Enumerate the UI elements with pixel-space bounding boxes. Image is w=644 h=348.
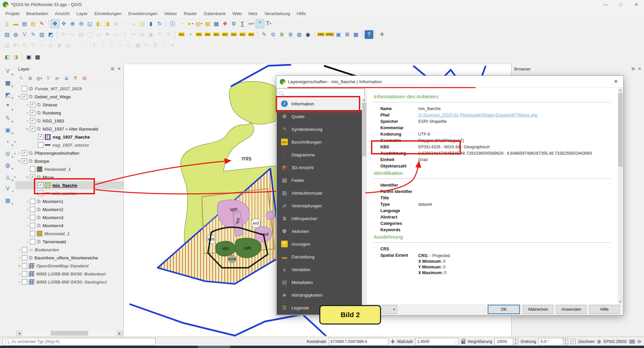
html-export-icon[interactable]: HTML [325,30,334,39]
zoom-in-icon[interactable]: ⊕ [68,19,77,28]
layer-item-openstreetmap-standard[interactable]: ˅OpenStreetMap Standard [15,262,123,270]
curved-label-icon[interactable]: abc [247,30,256,39]
pin-labels-icon[interactable]: abc [195,30,203,39]
tab-aktionen[interactable]: ⚙Aktionen [277,225,362,238]
add-raster-layer-icon[interactable]: ▦+ [3,79,13,87]
apply-button[interactable]: Anwenden [556,305,586,314]
add-arcgis-layer-icon[interactable]: V* [3,185,13,193]
project-save-as-icon[interactable]: ▥ [29,19,38,28]
scale-combo[interactable]: 1:4500 ⌄ [415,338,459,345]
layer-item-moorkern2[interactable]: ›⧉Moorkern2 [15,205,123,213]
remove-layer-icon[interactable]: ⊟ [82,75,88,81]
pan-map-icon[interactable]: ✥ [51,19,59,28]
maximize-button[interactable]: □ [613,0,629,9]
layer-item-nsg-1937-umriss[interactable]: nsg_1937_umriss [15,141,123,149]
processing-toolbox-icon[interactable]: ⚙ [229,19,238,28]
copy-style-icon[interactable]: ⧉ [269,30,277,39]
expander-icon[interactable]: › [25,223,30,228]
map-refresh-icon[interactable]: ↻ [155,19,164,28]
menu-einstellungen[interactable]: Einstellungen [91,11,125,16]
dialog-content-scrollbar[interactable]: ▲ ▼ [618,88,623,304]
expander-icon[interactable]: ˅ [17,264,22,268]
pan-to-selection-icon[interactable]: ✜ [59,19,68,28]
layer-item-bodenarten[interactable]: ›▱Bodenarten [15,246,123,254]
tab-attributformular[interactable]: ▥Attributformular [277,187,362,199]
layer-item-heidewald-1[interactable]: Heidewald_1 [15,165,123,173]
new-shapefile-layer-icon[interactable]: V [20,30,29,39]
locator-search[interactable] [3,338,156,345]
layer-checkbox[interactable] [22,263,27,268]
map-tips-icon[interactable]: ❞ [256,19,264,28]
new-temporary-layer-icon[interactable]: ▥ [38,30,46,39]
layer-item-nsg-1983[interactable]: ›✓⧉NSG_1983 [15,117,123,125]
layer-item-moorkern4[interactable]: ›⧉Moorkern4 [15,221,123,230]
add-virtual-layer-icon[interactable]: ▣+ [3,126,13,134]
tab-diagramme[interactable]: ◔Diagramme [277,148,362,161]
expander-icon[interactable]: › [17,248,22,252]
lock-scale-icon[interactable] [461,341,465,344]
layer-labeling-icon[interactable]: abc [177,30,186,39]
layer-checkbox[interactable]: ✓ [38,183,43,188]
tab-quelle[interactable]: ⚙Quelle [277,110,362,123]
open-attribute-table-icon[interactable]: ▦ [203,19,212,28]
zoom-out-icon[interactable]: ⊖ [77,19,86,28]
select-by-form-icon[interactable]: ▤▾ [195,19,203,28]
scroll-track[interactable] [22,331,117,336]
menu-hilfe[interactable]: Hilfe [293,11,309,16]
crosshair-tool-icon[interactable]: ✛ [378,30,386,39]
db-manager-icon[interactable]: ≣ [277,30,286,39]
image-export-icon[interactable]: ▣ [334,30,343,39]
tasks-icon[interactable]: ⟳ [637,339,641,344]
close-button[interactable]: ✕ [629,0,644,9]
layer-checkbox[interactable]: ✓ [30,102,35,107]
layer-checkbox[interactable] [38,191,43,196]
add-delimited-text-layer-icon[interactable]: ❞+ [3,102,13,110]
help-button[interactable]: Hilfe [589,305,620,314]
rotate-label-icon[interactable]: abc [229,30,238,39]
render-checkbox[interactable]: ✓ [571,339,576,344]
layer-item-moorkern3[interactable]: ›⧉Moorkern3 [15,213,123,221]
layer-checkbox[interactable] [22,247,27,252]
tab-beschriftungen[interactable]: abcBeschriftungen [277,136,362,148]
metasearch-icon[interactable]: ◍ [295,30,304,39]
menu-erweiterungen[interactable]: Erweiterungen [125,11,161,16]
plugin-raster-select-icon[interactable]: ▩ [33,53,42,61]
layer-item-nsg-1937-alter-bannwald[interactable]: ˅✓⧉NSG_1937 = Alter Bannwald [15,125,123,133]
project-save-icon[interactable]: ▤ [20,19,29,28]
menu-vektor[interactable]: Vektor [161,11,180,16]
measure-line-icon[interactable]: ═▾ [247,19,256,28]
layer-diagram-icon[interactable]: ◔ [186,30,195,39]
search-layers-icon[interactable]: ◉ [304,30,312,39]
layer-checkbox[interactable] [30,231,35,236]
add-oracle-layer-icon[interactable]: ◍+▾ [3,149,13,157]
layers-panel-dock-icon[interactable]: ⧉ [111,66,114,71]
new-spatialite-layer-icon[interactable]: ✎+ [3,114,13,122]
layer-checkbox[interactable] [30,215,35,220]
menu-web[interactable]: Web [229,11,245,16]
layer-item-rundweg[interactable]: ›✓⧉Rundweg [15,109,123,117]
expander-icon[interactable]: › [25,215,30,219]
open-layer-styling-icon[interactable]: ✎ [18,75,24,81]
layer-checkbox[interactable]: ✓ [30,126,35,132]
add-web-layer-icon[interactable]: ◍ [11,30,20,39]
add-group-icon[interactable]: ⊞ [27,75,33,81]
add-wms-layer-icon[interactable]: ◍+ [3,161,13,169]
move-label-icon[interactable]: abc [221,30,229,39]
expander-icon[interactable]: ˅ [17,95,22,99]
expander-icon[interactable]: ˅ [25,127,30,131]
locator-input[interactable] [11,339,155,344]
layer-item-mis-flaeche[interactable]: ✓mis_flaeche [15,181,123,189]
project-new-icon[interactable]: ▯ [3,19,11,28]
add-mesh-layer-icon[interactable]: ◩+ [3,91,13,99]
crs-value[interactable]: EPSG:25832 [603,339,627,344]
globe-crs-icon[interactable]: ⊕ [597,339,601,345]
layer-checkbox[interactable]: ✓ [22,158,27,164]
add-vector-layer-icon[interactable]: V+ [3,67,13,75]
magnifier-spinbox[interactable]: 100% ▲▼ [494,338,518,345]
add-virtual-table-icon[interactable]: ▦+ [3,196,13,204]
expander-icon[interactable]: › [25,103,30,107]
menu-netz[interactable]: Netz [245,11,261,16]
tab-anzeigen[interactable]: ❝Anzeigen [277,238,362,250]
new-mesh-layer-icon[interactable]: ◩ [46,30,55,39]
expander-icon[interactable]: › [25,240,30,244]
